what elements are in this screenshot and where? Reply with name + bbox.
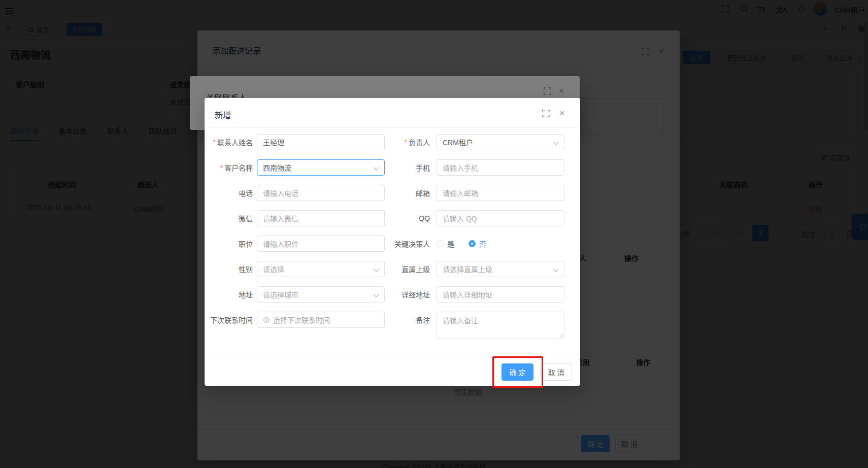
form-row: 职位 请输入职位 关键决策人 是 否: [205, 236, 580, 252]
gender-placeholder: 请选择: [263, 264, 284, 274]
owner-label: * 负责人: [385, 134, 430, 150]
form-row: 电话 请输入电话 邮箱 请输入邮箱: [205, 185, 580, 201]
superior-placeholder: 请选择直属上级: [443, 264, 492, 274]
customer-name-value: 西南物流: [263, 162, 291, 173]
form-row: * 客户名称 西南物流 手机 请输入手机: [205, 159, 580, 176]
remark-placeholder: 请输入备注: [443, 315, 478, 325]
qq-label: QQ: [385, 210, 430, 226]
chevron-down-icon: [373, 164, 379, 170]
next-contact-time-label: 下次联系时间: [205, 312, 253, 328]
resize-grip-icon[interactable]: [558, 333, 563, 338]
dialog-header-divider: [205, 127, 580, 127]
required-asterisk: *: [220, 163, 223, 172]
position-placeholder: 请输入职位: [263, 239, 298, 249]
contact-name-label: * 联系人姓名: [205, 134, 253, 150]
chevron-down-icon: [373, 266, 379, 272]
address-placeholder: 请选择城市: [263, 289, 298, 299]
contact-name-input[interactable]: 王经理: [257, 134, 385, 150]
key-decision-maker-label: 关键决策人: [377, 236, 430, 252]
form-row: 地址 请选择城市 详细地址 请输入详细地址: [205, 286, 580, 303]
contact-name-value: 王经理: [263, 137, 284, 147]
email-placeholder: 请输入邮箱: [443, 188, 478, 198]
remark-textarea[interactable]: 请输入备注: [437, 312, 564, 339]
address-detail-placeholder: 请输入详细地址: [443, 289, 492, 299]
clock-icon: [263, 317, 270, 323]
chevron-down-icon: [373, 291, 379, 297]
dialog-new-contact: 新增 × * 联系人姓名 王经理 * 负责人 CRM租户: [205, 98, 580, 386]
email-label: 邮箱: [385, 185, 430, 201]
mobile-placeholder: 请输入手机: [443, 162, 478, 173]
dialog-fullscreen-icon[interactable]: [542, 109, 550, 117]
wechat-input[interactable]: 请输入微信: [257, 210, 385, 226]
dialog-new-title: 新增: [215, 109, 231, 121]
position-input[interactable]: 请输入职位: [257, 236, 385, 252]
radio-no-label: 否: [479, 239, 486, 249]
qq-input[interactable]: 请输入 QQ: [437, 210, 564, 226]
chevron-down-icon: [553, 139, 558, 145]
mobile-input[interactable]: 请输入手机: [437, 159, 564, 176]
required-asterisk: *: [405, 138, 407, 146]
next-contact-time-picker[interactable]: 选择下次联系时间: [257, 312, 385, 328]
app-screen: Tt 文A CRM租户 « 首页 客户详情 » ↻ ▦: [0, 0, 868, 468]
gender-label: 性别: [205, 261, 253, 277]
form-row: 性别 请选择 直属上级 请选择直属上级: [205, 261, 580, 277]
superior-select[interactable]: 请选择直属上级: [437, 261, 564, 277]
wechat-label: 微信: [205, 210, 253, 226]
position-label: 职位: [205, 236, 253, 252]
required-asterisk: *: [213, 138, 216, 146]
mobile-label: 手机: [385, 159, 430, 176]
phone-placeholder: 请输入电话: [263, 188, 298, 198]
customer-name-select[interactable]: 西南物流: [257, 159, 385, 176]
chevron-down-icon: [553, 266, 558, 272]
superior-label: 直属上级: [385, 261, 430, 277]
phone-label: 电话: [205, 185, 253, 201]
radio-checked-icon: [469, 240, 476, 247]
radio-no[interactable]: 否: [469, 239, 486, 249]
address-select[interactable]: 请选择城市: [257, 286, 385, 303]
form-row: 微信 请输入微信 QQ 请输入 QQ: [205, 210, 580, 226]
dialog-close-icon[interactable]: ×: [558, 109, 566, 117]
dialog-footer-divider: [205, 354, 580, 354]
email-input[interactable]: 请输入邮箱: [437, 185, 564, 201]
phone-input[interactable]: 请输入电话: [257, 185, 385, 201]
form-row: 下次联系时间 选择下次联系时间 备注 请输入备注: [205, 312, 580, 339]
owner-select[interactable]: CRM租户: [437, 134, 564, 150]
new-contact-cancel-button[interactable]: 取 消: [540, 363, 572, 381]
radio-yes[interactable]: 是: [437, 239, 454, 249]
qq-placeholder: 请输入 QQ: [443, 213, 477, 223]
form-row: * 联系人姓名 王经理 * 负责人 CRM租户: [205, 134, 580, 150]
new-contact-confirm-button[interactable]: 确 定: [502, 363, 533, 381]
gender-select[interactable]: 请选择: [257, 261, 385, 277]
address-detail-label: 详细地址: [385, 286, 430, 303]
wechat-placeholder: 请输入微信: [263, 213, 298, 223]
customer-name-label: * 客户名称: [205, 159, 253, 176]
radio-yes-label: 是: [447, 239, 454, 249]
address-detail-input[interactable]: 请输入详细地址: [437, 286, 564, 303]
radio-unchecked-icon: [437, 240, 444, 247]
remark-label: 备注: [385, 312, 430, 328]
owner-value: CRM租户: [443, 137, 473, 147]
address-label: 地址: [205, 286, 253, 303]
next-contact-time-placeholder: 选择下次联系时间: [273, 315, 330, 325]
